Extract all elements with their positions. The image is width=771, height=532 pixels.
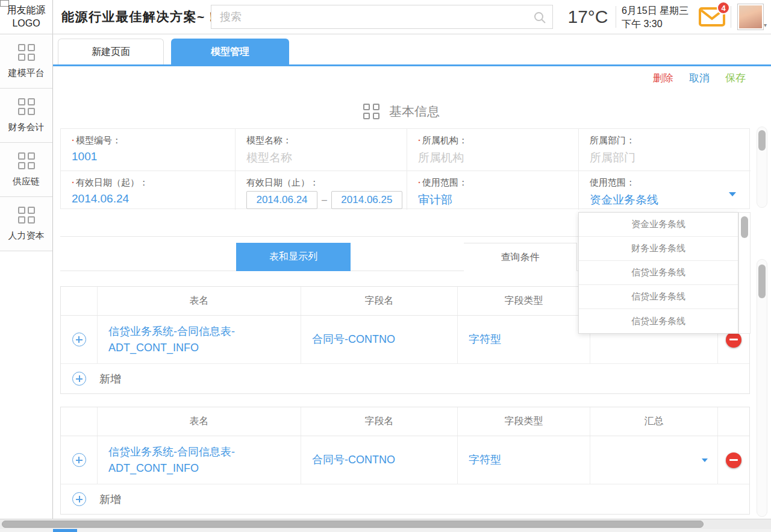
sidebar-item-label: 人力资本 <box>8 230 45 242</box>
time-text: 下午 3:30 <box>622 17 688 31</box>
basic-info-title: 基本信息 <box>53 101 750 122</box>
grid-icon <box>18 98 35 115</box>
valid-from-value[interactable]: 2014.06.24 <box>72 192 224 205</box>
avatar[interactable] <box>737 4 764 30</box>
field-label: ·使用范围： <box>418 177 567 189</box>
tables-vertical-scrollbar[interactable] <box>757 259 767 517</box>
date-start-input[interactable] <box>246 191 317 209</box>
cancel-button[interactable]: 取消 <box>689 71 710 85</box>
date-separator: – <box>322 195 327 205</box>
bottom-strip <box>0 529 771 532</box>
expand-plus-icon[interactable] <box>72 333 86 346</box>
basic-info-form: ·模型编号： 1001 模型名称： 模型名称 ·所属机构： 所属机构 所属部门：… <box>60 128 750 209</box>
header-field-type: 字段类型 <box>458 287 590 315</box>
mail-badge: 4 <box>717 1 730 14</box>
dropdown-option[interactable]: 财务业务条线 <box>579 237 738 261</box>
slogan-text: 能源行业最佳解决方案~！ <box>61 0 219 34</box>
sidebar: 建模平台 财务会计 供应链 人力资本 <box>0 34 53 519</box>
sidebar-item-modeling-platform[interactable]: 建模平台 <box>0 34 52 89</box>
sidebar-item-financial-accounting[interactable]: 财务会计 <box>0 89 52 143</box>
org-input[interactable]: 所属机构 <box>418 150 567 166</box>
field-name-cell[interactable]: 合同号-CONTNO <box>301 316 458 363</box>
header-table-name: 表名 <box>98 287 301 315</box>
top-header: 用友能源 LOGO 能源行业最佳解决方案~！ 17°C 6月15日 星期三 下午… <box>0 0 771 34</box>
save-button[interactable]: 保存 <box>725 71 746 85</box>
required-dot: · <box>418 177 421 187</box>
search-input[interactable] <box>211 5 552 28</box>
header-field-name: 字段名 <box>301 287 458 315</box>
tab-query-conditions[interactable]: 查询条件 <box>464 243 577 271</box>
avatar-caret-icon[interactable]: ▾ <box>764 22 767 28</box>
header-expand-col <box>61 287 98 315</box>
field-name-cell[interactable]: 合同号-CONTNO <box>301 436 458 484</box>
required-dot: · <box>72 135 75 145</box>
field-valid-to: 有效日期（止）： – <box>236 171 407 210</box>
field-model-name: 模型名称： 模型名称 <box>236 129 407 171</box>
logo-line1: 用友能源 <box>7 4 46 17</box>
dropdown-scrollbar-thumb[interactable] <box>741 216 748 238</box>
add-row-button[interactable]: 新增 <box>61 484 749 514</box>
search-box <box>211 5 553 29</box>
header-expand-col <box>61 407 98 436</box>
grid-icon <box>363 104 380 119</box>
scope-1-value[interactable]: 审计部 <box>418 192 567 208</box>
field-model-no: ·模型编号： 1001 <box>61 129 236 171</box>
field-scope-1: ·使用范围： 审计部 <box>407 171 579 210</box>
grid-icon <box>18 152 35 169</box>
tab-tables-and-columns[interactable]: 表和显示列 <box>236 243 351 271</box>
tab-model-management[interactable]: 模型管理 <box>171 39 289 65</box>
scope-2-value[interactable]: 资金业务条线 <box>590 192 740 208</box>
field-label: ·模型编号： <box>72 135 224 146</box>
app-logo[interactable]: 用友能源 LOGO <box>0 0 53 34</box>
grid-icon <box>18 44 35 61</box>
field-type-cell[interactable]: 字符型 <box>458 316 590 363</box>
scrollbar-thumb[interactable] <box>2 521 704 528</box>
field-label: ·有效日期（起）： <box>72 177 224 189</box>
scope-dropdown: 资金业务条线 财务业务条线 信贷业务条线 信贷业务条线 信贷业务条线 <box>578 212 738 334</box>
table-name-cell[interactable]: 信贷业务系统-合同信息表-ADT_CONT_INFO <box>98 316 301 363</box>
dropdown-option[interactable]: 信贷业务条线 <box>579 285 738 309</box>
section-title-text: 基本信息 <box>389 103 440 120</box>
remove-row-button[interactable] <box>726 452 741 468</box>
dropdown-option[interactable]: 资金业务条线 <box>579 213 738 237</box>
expand-plus-icon[interactable] <box>72 453 86 467</box>
sidebar-item-label: 建模平台 <box>8 67 45 79</box>
table-name-cell[interactable]: 信贷业务系统-合同信息表-ADT_CONT_INFO <box>98 436 301 484</box>
grid-icon <box>18 207 35 224</box>
field-type-cell[interactable]: 字符型 <box>458 436 590 484</box>
scrollbar-thumb[interactable] <box>758 130 766 151</box>
summary-cell[interactable] <box>590 436 718 484</box>
sidebar-item-supply-chain[interactable]: 供应链 <box>0 143 52 197</box>
dept-input[interactable]: 所属部门 <box>590 150 740 166</box>
chevron-down-icon[interactable] <box>729 192 736 196</box>
tab-new-page[interactable]: 新建页面 <box>58 39 164 65</box>
temperature: 17°C <box>560 0 616 34</box>
horizontal-scrollbar[interactable] <box>0 519 771 529</box>
date-text: 6月15日 星期三 <box>622 4 688 17</box>
field-valid-from: ·有效日期（起）： 2014.06.24 <box>61 171 236 210</box>
form-vertical-scrollbar[interactable] <box>757 127 767 208</box>
dropdown-option[interactable]: 信贷业务条线 <box>579 309 738 333</box>
sidebar-item-human-capital[interactable]: 人力资本 <box>0 197 52 251</box>
header-field-type: 字段类型 <box>458 407 590 436</box>
date-end-input[interactable] <box>331 191 402 209</box>
tab-underline <box>53 64 771 66</box>
search-icon[interactable] <box>533 11 546 27</box>
add-row-label: 新增 <box>99 492 121 507</box>
header-action-col <box>718 407 749 436</box>
action-links: 删除 取消 保存 <box>653 71 746 85</box>
scrollbar-thumb[interactable] <box>758 264 766 298</box>
model-name-input[interactable]: 模型名称 <box>246 150 396 166</box>
remove-row-button[interactable] <box>726 332 741 348</box>
action-cell <box>718 436 749 484</box>
summary-table: 表名 字段名 字段类型 汇总 信贷业务系统-合同信息表-ADT_CONT_INF… <box>60 407 750 515</box>
add-row-button[interactable]: 新增 <box>61 364 749 393</box>
dropdown-scrollbar[interactable] <box>738 212 751 334</box>
dropdown-option[interactable]: 信贷业务条线 <box>579 261 738 285</box>
header-divider <box>616 6 616 28</box>
chevron-down-icon[interactable] <box>702 458 708 462</box>
delete-button[interactable]: 删除 <box>653 71 673 85</box>
add-plus-icon <box>72 372 86 386</box>
model-no-value[interactable]: 1001 <box>72 150 224 163</box>
field-label: 所属部门： <box>590 135 740 146</box>
